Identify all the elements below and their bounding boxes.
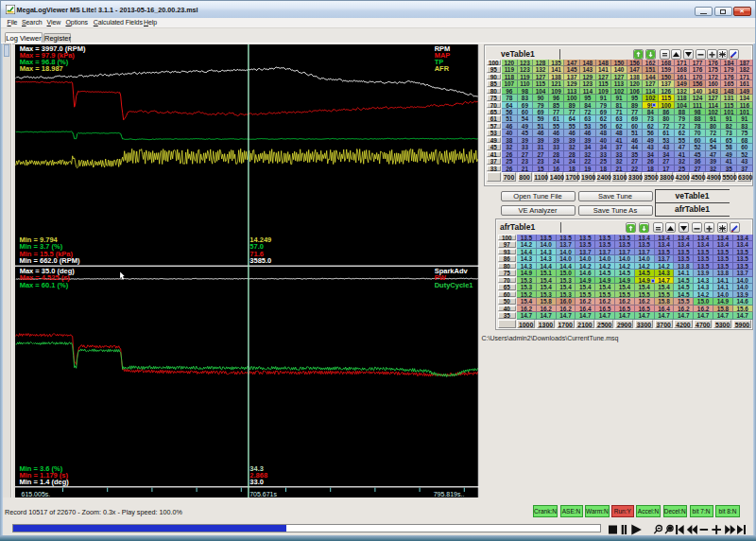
svg-text:Max = 60.1 (%): Max = 60.1 (%)	[20, 281, 69, 289]
svg-text:3585.0: 3585.0	[250, 256, 272, 265]
svg-text:Min = 1.4 (deg): Min = 1.4 (deg)	[20, 478, 70, 486]
svg-text:Min = 662.0 (RPM): Min = 662.0 (RPM)	[20, 256, 80, 265]
svg-text:AFR: AFR	[435, 64, 450, 73]
svg-text:795.819s..: 795.819s..	[434, 491, 465, 497]
svg-text:615.005s.: 615.005s.	[22, 491, 51, 497]
svg-text:DutyCycle1: DutyCycle1	[435, 281, 473, 289]
svg-text:705.671s: 705.671s	[249, 491, 277, 497]
svg-text:33.0: 33.0	[250, 478, 265, 486]
svg-text:Max = 18.987: Max = 18.987	[20, 64, 63, 73]
